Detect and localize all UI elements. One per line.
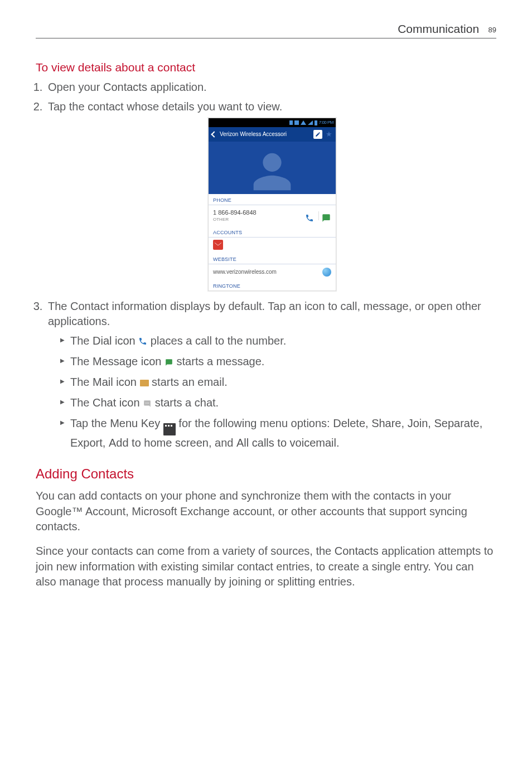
t: Add to home screen <box>109 437 209 449</box>
edit-button[interactable] <box>313 130 322 139</box>
t: The <box>70 376 93 388</box>
bullet-dial: The Dial icon places a call to the numbe… <box>60 333 496 348</box>
battery-icon <box>315 120 317 125</box>
t: starts a message. <box>177 355 265 367</box>
step-3: The Contact information displays by defa… <box>46 299 496 451</box>
t: starts a chat. <box>155 396 219 409</box>
t: starts an email. <box>152 376 228 388</box>
label-accounts: ACCOUNTS <box>209 226 336 238</box>
t: Export <box>70 437 103 449</box>
t: The <box>70 355 93 367</box>
step-1-text-a: Open your <box>48 81 103 93</box>
t: Join <box>408 417 428 429</box>
label-ringtone: RINGTONE <box>209 280 336 290</box>
phone-info: 1 866-894-6848 OTHER <box>213 209 305 223</box>
chat-icon <box>143 396 152 405</box>
header-title: Communication <box>398 22 479 35</box>
status-icon <box>289 120 293 125</box>
t: places a call to the number. <box>151 335 286 347</box>
contact-name: Verizon Wireless Accessori <box>220 130 310 138</box>
mail-icon <box>140 380 149 386</box>
step-2-text: Tap the contact whose details you want t… <box>48 100 282 113</box>
step-3-text: The Contact information displays by defa… <box>48 300 481 327</box>
bullet-chat: The Chat icon starts a chat. <box>60 395 496 410</box>
message-icon <box>165 355 173 364</box>
paragraph-1: You can add contacts on your phone and s… <box>36 488 496 535</box>
t: Tap the <box>70 417 110 429</box>
t: Share <box>371 417 401 429</box>
favorite-star-icon[interactable]: ★ <box>326 129 332 139</box>
silhouette-icon <box>246 142 298 194</box>
t: The <box>70 396 93 409</box>
t: Message icon <box>93 355 161 367</box>
signal-icon <box>308 120 313 125</box>
label-phone: PHONE <box>209 194 336 205</box>
bullet-message: The Message icon starts a message. <box>60 354 496 369</box>
website-row: www.verizonwireless.com <box>209 264 336 280</box>
globe-icon[interactable] <box>322 268 331 277</box>
phone-number: 1 866-894-6848 <box>213 209 305 217</box>
running-header: Communication 89 <box>36 22 496 38</box>
contact-title-bar: Verizon Wireless Accessori ★ <box>209 127 336 142</box>
status-bar: 7:00 PM <box>209 118 336 127</box>
t: Mail icon <box>93 376 137 388</box>
t: Dial icon <box>93 335 136 347</box>
t: , <box>365 417 371 429</box>
bullet-menu: Tap the Menu Key for the following menu … <box>60 416 496 451</box>
wifi-icon <box>301 120 306 125</box>
t: Delete <box>333 417 365 429</box>
page: Communication 89 To view details about a… <box>0 0 532 632</box>
screenshot-container: 7:00 PM Verizon Wireless Accessori ★ <box>48 118 496 291</box>
t: , and <box>209 437 236 449</box>
bullet-mail: The Mail icon starts an email. <box>60 375 496 390</box>
t: Contacts <box>335 545 379 557</box>
t: , <box>428 417 434 429</box>
phone-type: OTHER <box>213 217 305 223</box>
gmail-icon[interactable] <box>213 240 223 250</box>
t: The <box>70 335 93 347</box>
t: , <box>103 437 109 449</box>
paragraph-2: Since your contacts can come from a vari… <box>36 544 496 590</box>
status-icon <box>294 120 299 125</box>
subheading-view-details: To view details about a contact <box>36 61 496 74</box>
pencil-icon <box>315 132 321 137</box>
contact-detail-screenshot: 7:00 PM Verizon Wireless Accessori ★ <box>208 118 336 291</box>
step-1: Open your Contacts application. <box>46 80 496 95</box>
t: Menu Key <box>110 417 160 429</box>
step-1-text-b: application. <box>147 81 207 93</box>
t: . <box>336 437 340 449</box>
contact-photo <box>209 142 336 194</box>
t: , <box>480 417 483 429</box>
t: Chat icon <box>93 396 140 409</box>
heading-adding-contacts: Adding Contacts <box>36 466 496 482</box>
label-website: WEBSITE <box>209 253 336 264</box>
divider <box>318 211 319 220</box>
steps-list: Open your Contacts application. Tap the … <box>36 80 496 451</box>
message-icon[interactable] <box>321 211 331 220</box>
page-number: 89 <box>489 26 496 34</box>
step-2: Tap the contact whose details you want t… <box>46 99 496 291</box>
step-1-bold: Contacts <box>103 81 147 93</box>
phone-row: 1 866-894-6848 OTHER <box>209 205 336 226</box>
t: for the following menu options: <box>178 417 333 429</box>
t: All calls to voicemail <box>236 437 336 449</box>
dial-icon <box>138 335 147 343</box>
menu-key-icon <box>163 423 176 435</box>
status-time: 7:00 PM <box>319 120 333 126</box>
t: Since your contacts can come from a vari… <box>36 545 335 557</box>
website-url: www.verizonwireless.com <box>213 268 322 276</box>
t: Separate <box>434 417 479 429</box>
t: , <box>402 417 408 429</box>
accounts-row <box>209 238 336 253</box>
sub-bullets: The Dial icon places a call to the numbe… <box>48 333 496 451</box>
call-icon[interactable] <box>305 211 314 220</box>
back-icon[interactable] <box>211 131 217 137</box>
